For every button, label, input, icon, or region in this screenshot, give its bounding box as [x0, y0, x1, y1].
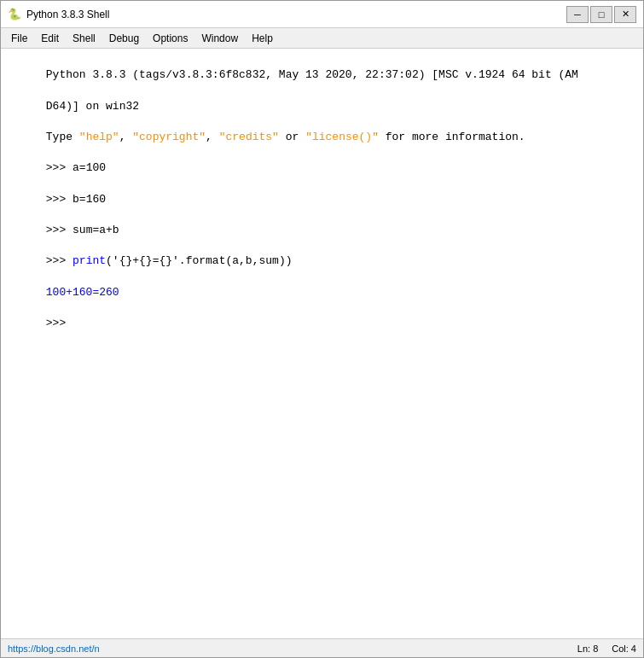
info-line3: Type "help", "copyright", "credits" or "… — [46, 131, 525, 143]
status-col: Col: 4 — [612, 643, 636, 654]
status-ln: Ln: 8 — [577, 643, 598, 654]
window-title: Python 3.8.3 Shell — [26, 9, 566, 20]
shell-content[interactable]: Python 3.8.3 (tags/v3.8.3:6f8c832, May 1… — [1, 49, 643, 638]
maximize-button[interactable]: □ — [590, 6, 612, 23]
status-bar: https://blog.csdn.net/n Ln: 8 Col: 4 — [1, 638, 643, 657]
shell-output: Python 3.8.3 (tags/v3.8.3:6f8c832, May 1… — [6, 52, 638, 347]
menu-edit[interactable]: Edit — [34, 31, 66, 46]
status-link: https://blog.csdn.net/n — [8, 643, 564, 654]
cmd3: sum=a+b — [73, 224, 119, 236]
info-line2: D64)] on win32 — [46, 100, 139, 113]
menu-shell[interactable]: Shell — [66, 31, 102, 46]
minimize-button[interactable]: ─ — [566, 6, 589, 23]
info-line1: Python 3.8.3 (tags/v3.8.3:6f8c832, May 1… — [46, 68, 578, 81]
prompt1: >>> — [46, 161, 73, 174]
prompt5: >>> — [46, 317, 73, 329]
app-icon: 🐍 — [8, 8, 21, 21]
window-controls: ─ □ ✕ — [566, 6, 636, 23]
prompt3: >>> — [46, 224, 73, 236]
output-line1: 100+160=260 — [46, 286, 119, 299]
menu-file[interactable]: File — [4, 31, 34, 46]
cmd2: b=160 — [73, 193, 106, 206]
cmd4-keyword: print — [73, 254, 106, 267]
menu-help[interactable]: Help — [245, 31, 280, 46]
close-button[interactable]: ✕ — [614, 6, 636, 23]
menu-window[interactable]: Window — [194, 31, 245, 46]
prompt4: >>> — [46, 254, 73, 267]
cmd4-rest: ('{}+{}={}'.format(a,b,sum)) — [106, 254, 292, 267]
menu-bar: File Edit Shell Debug Options Window Hel… — [1, 28, 643, 49]
main-window: 🐍 Python 3.8.3 Shell ─ □ ✕ File Edit She… — [0, 0, 644, 658]
prompt2: >>> — [46, 193, 73, 206]
title-bar: 🐍 Python 3.8.3 Shell ─ □ ✕ — [1, 1, 643, 28]
menu-debug[interactable]: Debug — [102, 31, 146, 46]
menu-options[interactable]: Options — [146, 31, 194, 46]
cmd1: a=100 — [73, 161, 106, 174]
